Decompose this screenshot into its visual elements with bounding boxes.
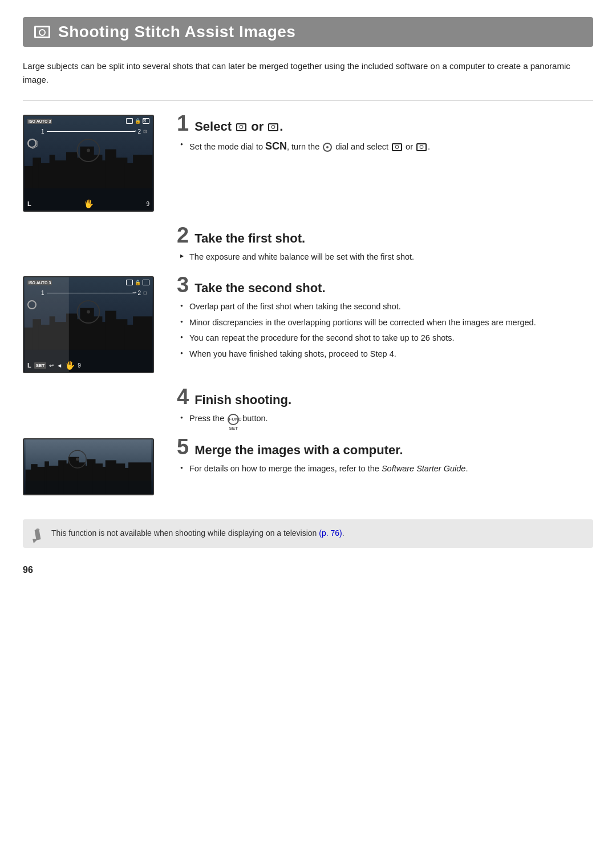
- camera-screen-2: ISO AUTO 3 🔒 1 → 2 ⊡: [23, 276, 154, 373]
- cam-set-btn: SET: [34, 362, 47, 369]
- svg-point-17: [87, 149, 90, 152]
- step-4-heading: 4 Finish shooting.: [177, 388, 593, 407]
- cam-num-1b: 1: [41, 290, 44, 296]
- intro-text: Large subjects can be split into several…: [23, 59, 593, 87]
- stitch-right-icon: [268, 123, 278, 131]
- step-1-row: ISO AUTO 3 🔒 ⊡ 1 → 2: [23, 115, 593, 216]
- cam-iso: ISO AUTO 3: [27, 119, 52, 124]
- cam-hand-icon: 🖐: [84, 199, 94, 208]
- step-1-number: 1: [177, 112, 189, 134]
- cam-stitch-r: ⊡: [143, 118, 147, 123]
- step-4-number: 4: [177, 386, 189, 407]
- cam-back-icon: ◄: [56, 362, 62, 369]
- scn-text: SCN: [265, 140, 287, 152]
- step-4-bullets: Press the FUNCSET button.: [177, 412, 593, 425]
- cam-counter-2: ⊡: [143, 290, 147, 296]
- step-3-bullets: Overlap part of the first shot when taki…: [177, 300, 593, 360]
- cam-bottom-2: L SET ↩ ◄ 🖐 9: [27, 361, 149, 370]
- cam-icon-2: ⊡: [143, 118, 149, 124]
- step-3-image: ISO AUTO 3 🔒 1 → 2 ⊡: [23, 276, 165, 378]
- step-3-number: 3: [177, 274, 189, 296]
- step-3-heading-text: Take the second shot.: [194, 281, 325, 296]
- step-1-heading-text: Select or .: [194, 119, 283, 134]
- step-5-number: 5: [177, 436, 189, 458]
- step-5-heading: 5 Merge the images with a computer.: [177, 438, 593, 458]
- cam-lock-icon: 🔒: [135, 118, 141, 124]
- note-box: This function is not available when shoo…: [23, 519, 593, 548]
- step-1-bullets: Set the mode dial to SCN, turn the dial …: [177, 139, 593, 155]
- step-2-bullets: The exposure and white balance will be s…: [177, 251, 593, 263]
- cam-num-2b: 2: [137, 290, 141, 296]
- cam-arrow-line-2: →: [47, 293, 136, 293]
- svg-point-57: [76, 458, 79, 461]
- cam-icons-2: 🔒: [126, 280, 149, 285]
- note-link[interactable]: (p. 76): [319, 528, 342, 538]
- step-4-row: 4 Finish shooting. Press the FUNCSET but…: [23, 388, 593, 427]
- stitch-left-icon-2: [392, 143, 402, 151]
- page-number: 96: [23, 565, 593, 575]
- step-5-image: [23, 438, 165, 495]
- cam-num-2: 2: [137, 128, 141, 135]
- cam-lock-icon-2: 🔒: [135, 280, 141, 285]
- step-3-row: ISO AUTO 3 🔒 1 → 2 ⊡: [23, 276, 593, 378]
- step-1-heading: 1 Select or .: [177, 115, 593, 134]
- cam-arrow-row-2: 1 → 2 ⊡: [41, 290, 147, 296]
- step-4-content: 4 Finish shooting. Press the FUNCSET but…: [177, 388, 593, 427]
- step-2-bullet-1: The exposure and white balance will be s…: [179, 251, 593, 263]
- cam-bottom-1: L 🖐 9: [27, 199, 149, 208]
- cam-hand-icon-2: 🖐: [65, 361, 75, 370]
- step-3-bullet-2: Minor discrepancies in the overlapping p…: [179, 316, 593, 329]
- cam-icons: 🔒 ⊡: [126, 118, 149, 124]
- stitch-left-icon: [236, 123, 246, 131]
- cam-shot-count-2: 9: [78, 362, 81, 369]
- step-3-content: 3 Take the second shot. Overlap part of …: [177, 276, 593, 363]
- steps-container: ISO AUTO 3 🔒 ⊡ 1 → 2: [23, 115, 593, 506]
- step-5-content: 5 Merge the images with a computer. For …: [177, 438, 593, 478]
- cam-shot-count: 9: [146, 201, 149, 207]
- cam-ui-top-1: ISO AUTO 3 🔒 ⊡: [27, 118, 149, 124]
- cam-ui-top-2: ISO AUTO 3 🔒: [27, 280, 149, 285]
- page-title: Shooting Stitch Assist Images: [58, 23, 295, 41]
- step-3-bullet-1: Overlap part of the first shot when taki…: [179, 300, 593, 313]
- step-2-heading-text: Take the first shot.: [194, 231, 305, 246]
- step-2-heading: 2 Take the first shot.: [177, 227, 593, 246]
- cam-icon-stitch: [126, 118, 133, 124]
- step-5-row: 5 Merge the images with a computer. For …: [23, 438, 593, 495]
- cam-settings-icon: [27, 139, 37, 148]
- step-4-bullet-1: Press the FUNCSET button.: [179, 412, 593, 425]
- step-2-row: 2 Take the first shot. The exposure and …: [23, 227, 593, 266]
- step-5-bullet-1: For details on how to merge the images, …: [179, 462, 593, 475]
- arrow-right-icon-2: →: [131, 289, 137, 296]
- svg-point-35: [87, 310, 90, 314]
- dial-icon: [323, 143, 332, 152]
- step-5-heading-text: Merge the images with a computer.: [194, 443, 403, 458]
- step-1-image: ISO AUTO 3 🔒 ⊡ 1 → 2: [23, 115, 165, 216]
- arrow-right-icon: →: [131, 127, 137, 134]
- step-4-heading-text: Finish shooting.: [194, 393, 291, 407]
- cam-l-label: L: [27, 200, 31, 207]
- cam-arrow-line: →: [47, 131, 136, 132]
- svg-rect-55: [26, 481, 152, 494]
- step-2-content: 2 Take the first shot. The exposure and …: [177, 227, 593, 266]
- step-5-bullets: For details on how to merge the images, …: [177, 462, 593, 475]
- cam-undo-icon: ↩: [49, 362, 54, 369]
- cam-iso-2: ISO AUTO 3: [27, 280, 52, 285]
- cam-l-label-2: L: [27, 362, 31, 369]
- svg-rect-58: [34, 529, 40, 540]
- page-header: Shooting Stitch Assist Images: [23, 17, 593, 47]
- divider: [23, 100, 593, 101]
- note-pencil-icon: [31, 527, 44, 543]
- stitch-right-icon-2: [416, 143, 427, 151]
- cam-counter: ⊡: [143, 129, 147, 134]
- camera-screen-1: ISO AUTO 3 🔒 ⊡ 1 → 2: [23, 115, 154, 212]
- cam-icon-stitch-2: [126, 280, 133, 285]
- func-set-icon: FUNCSET: [228, 414, 239, 425]
- camera-stitch-icon: [34, 26, 50, 38]
- panoramic-image: [23, 438, 154, 495]
- cam-arrow-row: 1 → 2 ⊡: [41, 128, 147, 135]
- step-1-content: 1 Select or . Set the mode dial to SCN, …: [177, 115, 593, 158]
- step-3-heading: 3 Take the second shot.: [177, 276, 593, 296]
- step-3-bullet-4: When you have finished taking shots, pro…: [179, 348, 593, 360]
- note-text: This function is not available when shoo…: [51, 528, 345, 538]
- cam-icon-3: [143, 280, 149, 285]
